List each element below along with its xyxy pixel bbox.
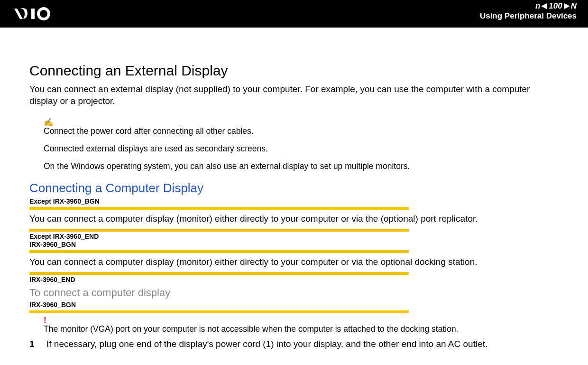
separator-bar [29,207,409,210]
separator-bar [29,229,409,232]
prev-page-arrow[interactable] [541,3,547,9]
page-content: Connecting an External Display You can c… [0,28,588,349]
note-block: ✍ Connect the power cord after connectin… [44,118,559,171]
heading-main: Connecting an External Display [29,63,559,79]
letter-n-left: n [535,1,540,11]
step-text: If necessary, plug one end of the displa… [46,339,487,349]
conditional-tag: Except IRX-3960_END [29,233,559,241]
procedure-heading: To connect a computer display [29,287,559,299]
vaio-logo [13,7,70,21]
svg-rect-0 [31,9,35,19]
letter-n-right: N [571,1,577,11]
next-page-arrow[interactable] [564,3,570,9]
note-line: Connected external displays are used as … [44,144,559,154]
separator-bar [29,250,409,253]
page-header: n 100 N Using Peripheral Devices [0,0,588,28]
page-nav: n 100 N Using Peripheral Devices [480,2,577,21]
body-text: You can connect a computer display (moni… [29,214,559,224]
page-number: 100 [548,1,563,11]
pencil-note-icon: ✍ [44,118,559,126]
conditional-tag: IRX-3960_BGN [29,241,559,249]
chapter-title: Using Peripheral Devices [480,11,577,21]
step-number: 1 [29,339,39,349]
conditional-tag: IRX-3960_END [29,276,559,284]
note-line: Connect the power cord after connecting … [44,126,559,136]
conditional-tag: Except IRX-3960_BGN [29,197,559,206]
svg-point-1 [38,9,49,19]
subheading: Connecting a Computer Display [29,181,559,196]
step-row: 1 If necessary, plug one end of the disp… [29,339,559,349]
body-text: You can connect a computer display (moni… [29,257,559,267]
separator-bar [29,272,409,275]
separator-bar [29,310,409,313]
warning-block: ! The monitor (VGA) port on your compute… [44,316,559,334]
intro-paragraph: You can connect an external display (not… [29,84,559,107]
warning-text: The monitor (VGA) port on your computer … [44,324,559,334]
exclamation-icon: ! [44,316,559,324]
note-line: On the Windows operating system, you can… [44,161,559,171]
conditional-tag: IRX-3960_BGN [29,301,559,309]
